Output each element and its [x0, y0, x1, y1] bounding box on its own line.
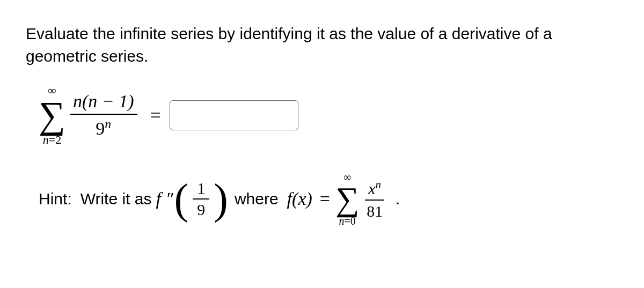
one-ninth-fraction: 1 9 — [193, 178, 209, 220]
hint-row: Hint: Write it as f ″ ( 1 9 ) where f(x)… — [39, 172, 618, 226]
fraction-numerator: n(n − 1) — [70, 91, 137, 115]
equals-sign-hint: = — [320, 189, 330, 209]
where-text: where — [235, 190, 279, 208]
hint-label: Hint: — [39, 190, 72, 208]
hint-term-num: xn — [365, 178, 384, 201]
hint-write-text: Write it as — [80, 190, 152, 208]
hint-summation: ∞ ∑ n=0 — [335, 172, 359, 226]
sum-lower-limit: n=2 — [43, 134, 61, 146]
frac-num: 1 — [193, 178, 209, 200]
sigma-icon: ∑ — [335, 182, 359, 216]
series-term-fraction: n(n − 1) 9n — [70, 91, 137, 139]
series-equation: ∞ ∑ n=2 n(n − 1) 9n = — [39, 85, 618, 146]
hint-term-den: 81 — [363, 201, 386, 220]
equals-sign: = — [150, 104, 161, 127]
period: . — [396, 190, 400, 208]
f-of-x: f(x) — [287, 189, 312, 209]
hint-term-fraction: xn 81 — [363, 178, 386, 220]
answer-input[interactable] — [170, 100, 298, 130]
hint-sum-lower: n=0 — [339, 216, 355, 226]
frac-den: 9 — [193, 200, 209, 220]
big-parentheses: ( 1 9 ) — [174, 178, 228, 220]
problem-prompt: Evaluate the infinite series by identify… — [26, 23, 618, 68]
sigma-icon: ∑ — [39, 97, 65, 134]
left-paren-icon: ( — [174, 182, 189, 216]
f-double-prime: f ″ — [156, 189, 173, 209]
summation-symbol: ∞ ∑ n=2 — [39, 85, 65, 146]
fraction-denominator: 9n — [92, 115, 114, 139]
right-paren-icon: ) — [214, 182, 228, 216]
